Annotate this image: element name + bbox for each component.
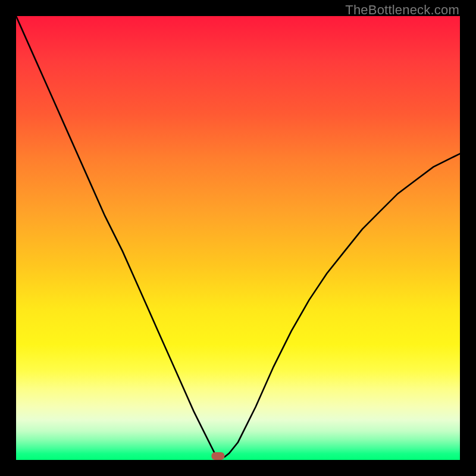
watermark-text: TheBottleneck.com xyxy=(345,2,459,18)
plot-area xyxy=(16,16,460,460)
bottleneck-curve-svg xyxy=(16,16,460,460)
minimum-marker xyxy=(211,452,224,460)
bottleneck-curve-path xyxy=(16,16,460,458)
chart-frame: TheBottleneck.com xyxy=(0,0,476,476)
